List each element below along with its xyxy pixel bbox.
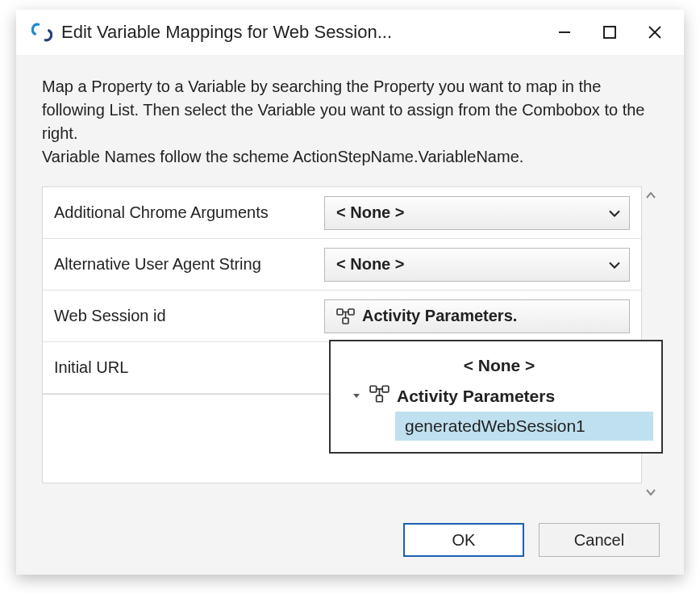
svg-rect-6 <box>343 318 348 324</box>
dialog-body: Map a Property to a Variable by searchin… <box>16 55 684 513</box>
variable-dropdown-popup: < None > Activity Param <box>329 340 663 454</box>
dropdown-group-label: Activity Parameters <box>397 387 555 406</box>
svg-rect-4 <box>337 309 343 315</box>
row-chrome-args: Additional Chrome Arguments < None > <box>43 187 641 239</box>
dropdown-item-generated-web-session-1[interactable]: generatedWebSession1 <box>395 412 653 441</box>
combo-value: Activity Parameters. <box>362 307 517 325</box>
instructions-line-1: Map a Property to a Variable by searchin… <box>42 75 660 145</box>
combo-web-session-id[interactable]: Activity Parameters. <box>324 299 630 333</box>
label-initial-url: Initial URL <box>54 358 324 377</box>
svg-rect-5 <box>348 309 354 315</box>
instructions-line-2: Variable Names follow the scheme ActionS… <box>42 145 660 169</box>
combo-value: < None > <box>336 203 404 222</box>
svg-rect-11 <box>377 395 383 402</box>
row-web-session-id: Web Session id <box>43 291 641 342</box>
tree-icon <box>369 385 390 407</box>
svg-rect-1 <box>604 27 615 38</box>
collapse-icon <box>350 391 363 401</box>
scroll-down-button[interactable] <box>642 483 660 501</box>
scroll-up-button[interactable] <box>642 186 660 204</box>
maximize-button[interactable] <box>587 15 632 50</box>
dialog-title: Edit Variable Mappings for Web Session..… <box>61 22 392 43</box>
ok-button[interactable]: OK <box>403 523 524 557</box>
app-icon <box>31 21 53 44</box>
close-button[interactable] <box>632 15 677 50</box>
svg-rect-9 <box>370 386 377 392</box>
cancel-button[interactable]: Cancel <box>539 523 660 557</box>
dialog-window: Edit Variable Mappings for Web Session..… <box>16 10 684 575</box>
chevron-down-icon <box>608 203 621 222</box>
dropdown-group-activity-parameters[interactable]: Activity Parameters <box>345 383 653 412</box>
chevron-down-icon <box>608 255 621 274</box>
label-web-session-id: Web Session id <box>54 307 324 325</box>
row-user-agent: Alternative User Agent String < None > <box>43 239 641 291</box>
label-user-agent: Alternative User Agent String <box>54 255 324 274</box>
svg-rect-10 <box>382 386 389 392</box>
tree-icon <box>336 308 356 324</box>
dialog-footer: OK Cancel <box>16 513 684 575</box>
minimize-button[interactable] <box>542 15 587 50</box>
combo-chrome-args[interactable]: < None > <box>324 196 630 230</box>
combo-value: < None > <box>336 255 404 274</box>
titlebar: Edit Variable Mappings for Web Session..… <box>16 10 684 55</box>
property-grid-wrap: Additional Chrome Arguments < None > Alt… <box>42 186 660 513</box>
combo-user-agent[interactable]: < None > <box>324 248 630 282</box>
instructions: Map a Property to a Variable by searchin… <box>42 75 660 169</box>
dropdown-option-none[interactable]: < None > <box>345 353 653 383</box>
label-chrome-args: Additional Chrome Arguments <box>54 203 324 222</box>
